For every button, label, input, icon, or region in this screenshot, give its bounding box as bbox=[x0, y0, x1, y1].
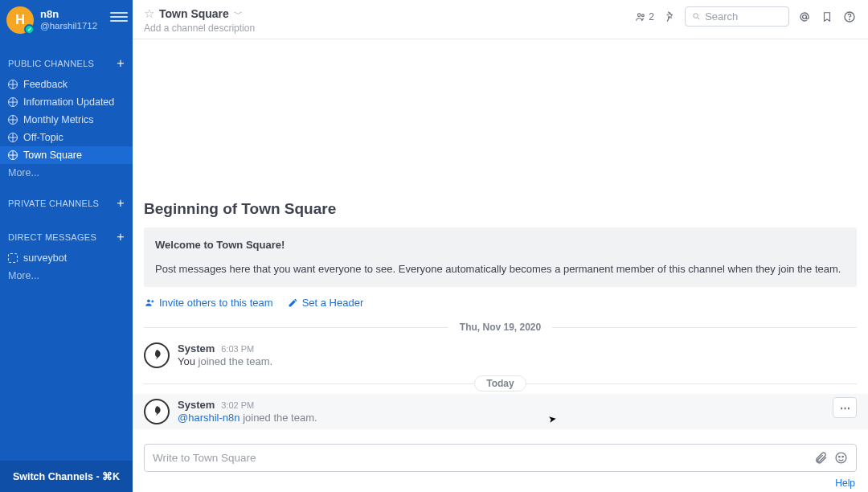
globe-icon bbox=[8, 150, 18, 160]
pin-icon[interactable] bbox=[662, 10, 677, 24]
post-time: 3:02 PM bbox=[221, 400, 254, 410]
member-count[interactable]: 2 bbox=[635, 11, 654, 23]
svg-point-7 bbox=[147, 300, 150, 303]
add-private-channel-button[interactable]: + bbox=[117, 196, 125, 211]
emoji-icon[interactable] bbox=[834, 451, 848, 465]
search-box[interactable] bbox=[685, 6, 789, 27]
post-actions-menu[interactable]: ⋯ bbox=[833, 397, 857, 418]
help-link[interactable]: Help bbox=[835, 478, 855, 489]
svg-point-10 bbox=[842, 456, 843, 457]
svg-point-8 bbox=[836, 453, 846, 463]
svg-point-1 bbox=[642, 14, 645, 16]
channel-feedback[interactable]: Feedback bbox=[0, 76, 133, 93]
svg-point-0 bbox=[638, 13, 641, 16]
channel-off-topic[interactable]: Off-Topic bbox=[0, 129, 133, 146]
svg-point-2 bbox=[694, 14, 698, 18]
channel-town-square[interactable]: Town Square bbox=[0, 146, 133, 164]
set-header-link[interactable]: Set a Header bbox=[288, 297, 364, 309]
sidebar-header: H n8n @harshil1712 bbox=[0, 0, 133, 42]
post-username[interactable]: System bbox=[178, 342, 215, 355]
dm-surveybot[interactable]: surveybot bbox=[0, 249, 133, 267]
attachment-icon[interactable] bbox=[814, 451, 828, 465]
chevron-down-icon[interactable]: ﹀ bbox=[234, 8, 243, 20]
mentions-icon[interactable] bbox=[797, 10, 812, 24]
public-more[interactable]: More... bbox=[0, 164, 133, 182]
user-handle: @harshil1712 bbox=[40, 21, 97, 32]
sidebar: H n8n @harshil1712 PUBLIC CHANNELS + Fee… bbox=[0, 0, 133, 492]
public-channel-list: Feedback Information Updated Monthly Met… bbox=[0, 76, 133, 164]
header-actions: 2 bbox=[635, 6, 857, 27]
system-avatar-icon bbox=[144, 342, 170, 368]
globe-icon bbox=[8, 115, 18, 125]
saved-icon[interactable] bbox=[820, 10, 834, 24]
search-icon bbox=[692, 11, 701, 22]
direct-messages-label: DIRECT MESSAGES bbox=[8, 232, 96, 242]
channel-title-row[interactable]: ☆ Town Square ﹀ bbox=[144, 6, 635, 21]
post-time: 6:03 PM bbox=[221, 344, 254, 354]
main: ☆ Town Square ﹀ Add a channel descriptio… bbox=[133, 0, 868, 492]
svg-point-9 bbox=[839, 456, 840, 457]
status-online-icon bbox=[24, 24, 35, 35]
edit-icon bbox=[288, 297, 298, 308]
channel-header: ☆ Town Square ﹀ Add a channel descriptio… bbox=[133, 0, 868, 39]
team-name: n8n bbox=[40, 8, 97, 21]
post[interactable]: System 3:02 PM @harshil-n8n joined the t… bbox=[133, 394, 868, 429]
favorite-star-icon[interactable]: ☆ bbox=[144, 6, 154, 21]
date-separator: Thu, Nov 19, 2020 bbox=[144, 322, 857, 333]
post-text: @harshil-n8n joined the team. bbox=[178, 412, 317, 424]
private-channels-label: PRIVATE CHANNELS bbox=[8, 199, 99, 208]
search-input[interactable] bbox=[705, 10, 782, 23]
add-dm-button[interactable]: + bbox=[117, 230, 125, 244]
message-scroll-area[interactable]: Beginning of Town Square Welcome to Town… bbox=[133, 39, 868, 437]
system-avatar-icon bbox=[144, 399, 170, 424]
channel-title: Town Square bbox=[159, 7, 229, 20]
invite-icon bbox=[144, 297, 155, 308]
dm-icon bbox=[8, 253, 18, 263]
direct-messages-header: DIRECT MESSAGES + bbox=[0, 215, 133, 249]
svg-point-6 bbox=[850, 18, 850, 19]
svg-line-3 bbox=[698, 18, 700, 20]
composer[interactable] bbox=[144, 444, 857, 472]
post-username[interactable]: System bbox=[178, 399, 215, 411]
globe-icon bbox=[8, 133, 18, 142]
private-channels-header: PRIVATE CHANNELS + bbox=[0, 182, 133, 215]
members-icon bbox=[635, 11, 646, 23]
dm-more[interactable]: More... bbox=[0, 267, 133, 285]
team-info[interactable]: n8n @harshil1712 bbox=[40, 8, 97, 31]
help-link-footer: Help bbox=[133, 475, 868, 492]
globe-icon bbox=[8, 97, 18, 107]
switch-channels-button[interactable]: Switch Channels - ⌘K bbox=[0, 461, 133, 492]
add-public-channel-button[interactable]: + bbox=[117, 56, 125, 71]
date-separator: Today bbox=[144, 378, 857, 389]
svg-point-4 bbox=[803, 14, 807, 18]
public-channels-label: PUBLIC CHANNELS bbox=[8, 59, 94, 68]
channel-information-updated[interactable]: Information Updated bbox=[0, 93, 133, 111]
post[interactable]: System 6:03 PM You joined the team. bbox=[133, 338, 868, 373]
dm-list: surveybot bbox=[0, 249, 133, 267]
main-menu-icon[interactable] bbox=[110, 8, 128, 26]
welcome-card: Welcome to Town Square! Post messages he… bbox=[144, 228, 857, 287]
welcome-body: Post messages here that you want everyon… bbox=[155, 261, 845, 277]
beginning-title: Beginning of Town Square bbox=[144, 200, 857, 218]
globe-icon bbox=[8, 80, 18, 89]
composer-area bbox=[133, 437, 868, 475]
message-input[interactable] bbox=[153, 452, 808, 464]
help-icon[interactable] bbox=[842, 10, 857, 24]
welcome-title: Welcome to Town Square! bbox=[155, 237, 845, 253]
team-avatar[interactable]: H bbox=[6, 6, 34, 34]
mention-link[interactable]: @harshil-n8n bbox=[178, 412, 240, 424]
public-channels-header: PUBLIC CHANNELS + bbox=[0, 42, 133, 76]
post-text: You joined the team. bbox=[178, 355, 272, 367]
channel-description[interactable]: Add a channel description bbox=[144, 23, 635, 34]
invite-others-link[interactable]: Invite others to this team bbox=[144, 297, 273, 309]
channel-monthly-metrics[interactable]: Monthly Metrics bbox=[0, 111, 133, 129]
